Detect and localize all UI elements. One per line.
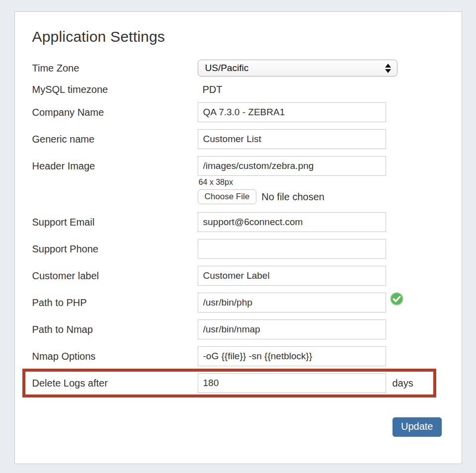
- form-row-path-to-nmap: Path to Nmap: [32, 319, 444, 339]
- generic-name-label: Generic name: [32, 134, 198, 145]
- time-zone-selected-value: US/Pacific: [205, 63, 385, 74]
- header-image-file-block: 64 x 38px Choose File No file chosen: [198, 178, 444, 204]
- time-zone-label: Time Zone: [32, 63, 198, 74]
- form-row-support-phone: Support Phone: [32, 239, 444, 259]
- delete-logs-label: Delete Logs after: [32, 378, 198, 389]
- check-circle-icon: [390, 292, 403, 306]
- customer-label-input[interactable]: [198, 266, 386, 286]
- support-phone-label: Support Phone: [32, 243, 198, 255]
- delete-logs-days-suffix: days: [393, 378, 413, 389]
- nmap-options-label: Nmap Options: [32, 351, 198, 362]
- support-email-label: Support Email: [32, 217, 198, 228]
- update-button[interactable]: Update: [393, 417, 442, 437]
- select-stepper-arrows-icon: [385, 64, 391, 73]
- time-zone-select[interactable]: US/Pacific: [198, 60, 397, 77]
- choose-file-button[interactable]: Choose File: [198, 189, 257, 204]
- support-email-input[interactable]: [198, 212, 386, 232]
- mysql-timezone-value: PDT: [198, 84, 223, 95]
- application-settings-panel: Application Settings Time Zone US/Pacifi…: [14, 11, 462, 464]
- form-row-support-email: Support Email: [32, 212, 444, 232]
- support-phone-input[interactable]: [198, 239, 386, 259]
- highlight-annotation-delete-logs: Delete Logs after days: [22, 369, 436, 397]
- header-image-label: Header Image: [32, 160, 198, 172]
- form-row-nmap-options: Nmap Options: [32, 346, 444, 366]
- delete-logs-input[interactable]: [198, 373, 386, 393]
- page-title: Application Settings: [32, 28, 444, 45]
- company-name-label: Company Name: [32, 107, 198, 118]
- form-row-path-to-php: Path to PHP: [32, 293, 444, 313]
- company-name-input[interactable]: [198, 102, 386, 122]
- path-to-php-input[interactable]: [198, 293, 386, 313]
- form-row-mysql-timezone: MySQL timezone PDT: [32, 83, 444, 96]
- header-image-input[interactable]: [198, 156, 386, 176]
- form-actions: Update: [32, 417, 444, 437]
- mysql-timezone-label: MySQL timezone: [32, 84, 198, 95]
- path-to-nmap-label: Path to Nmap: [32, 324, 198, 335]
- form-row-customer-label: Customer label: [32, 266, 444, 286]
- form-row-generic-name: Generic name: [32, 129, 444, 149]
- file-chosen-status: No file chosen: [261, 191, 324, 203]
- path-to-php-label: Path to PHP: [32, 297, 198, 309]
- nmap-options-input[interactable]: [198, 346, 386, 366]
- header-image-size-hint: 64 x 38px: [199, 178, 444, 187]
- form-row-time-zone: Time Zone US/Pacific: [32, 60, 444, 77]
- form-row-header-image: Header Image: [32, 156, 444, 176]
- customer-label-label: Customer label: [32, 270, 198, 282]
- generic-name-input[interactable]: [198, 129, 386, 149]
- form-row-company-name: Company Name: [32, 102, 444, 122]
- path-to-nmap-input[interactable]: [198, 319, 386, 339]
